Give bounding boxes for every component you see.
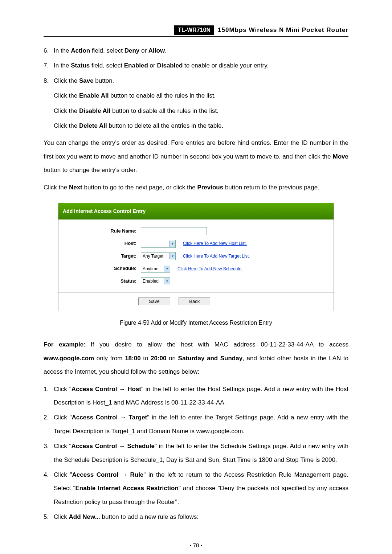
- example-step-4: 4. Click "Access Control → Rule" in the …: [44, 468, 348, 509]
- dropdown-schedule[interactable]: Anytime▾: [141, 265, 170, 273]
- para-next-prev: Click the Next button to go to the next …: [44, 181, 348, 194]
- link-add-host[interactable]: Click Here To Add New Host List.: [183, 239, 247, 248]
- label-target: Target:: [62, 251, 141, 262]
- label-rule-name: Rule Name:: [62, 226, 141, 237]
- example-step-5: 5. Click Add New... button to add a new …: [44, 510, 348, 524]
- link-add-schedule[interactable]: Click Here To Add New Schedule.: [177, 264, 242, 274]
- para-move: You can change the entry's order as desi…: [44, 136, 348, 177]
- label-schedule: Schedule:: [62, 263, 141, 274]
- step-7: 7. In the Status field, select Enabled o…: [44, 59, 348, 72]
- step-8: 8. Click the Save button.: [44, 74, 348, 87]
- example-step-1: 1. Click "Access Control → Host" in the …: [44, 382, 348, 410]
- chevron-down-icon: ▾: [164, 266, 170, 272]
- step-6: 6. In the Action field, select Deny or A…: [44, 44, 348, 57]
- chevron-down-icon: ▾: [169, 241, 175, 247]
- sub-disable-all: Click the Disable All button to disable …: [54, 104, 348, 118]
- save-button[interactable]: Save: [138, 297, 170, 305]
- example-step-3: 3. Click "Access Control → Schedule" in …: [44, 439, 348, 467]
- figure-header: Add Internet Access Control Entry: [58, 203, 334, 219]
- chevron-down-icon: ▾: [164, 278, 170, 284]
- figure-box: Add Internet Access Control Entry Rule N…: [58, 203, 334, 311]
- chevron-down-icon: ▾: [169, 253, 175, 259]
- figure-caption: Figure 4-59 Add or Modify Internet Acces…: [44, 316, 348, 329]
- label-host: Host:: [62, 238, 141, 249]
- example-step-2: 2. Click "Access Control → Target" in th…: [44, 411, 348, 438]
- back-button[interactable]: Back: [179, 297, 210, 305]
- product-name: 150Mbps Wireless N Mini Pocket Router: [218, 26, 348, 34]
- input-rule-name[interactable]: [141, 227, 207, 235]
- dropdown-host[interactable]: ▾: [141, 240, 176, 248]
- page-number: - 78 -: [44, 542, 348, 548]
- label-status: Status:: [62, 276, 141, 287]
- dropdown-status[interactable]: Enabled▾: [141, 277, 170, 285]
- sub-enable-all: Click the Enable All button to enable al…: [54, 89, 348, 102]
- model-label: TL-WR710N: [174, 25, 214, 35]
- link-add-target[interactable]: Click Here To Add New Target List.: [183, 251, 250, 261]
- dropdown-target[interactable]: Any Target▾: [141, 252, 176, 260]
- page-header: TL-WR710N 150Mbps Wireless N Mini Pocket…: [44, 25, 348, 37]
- sub-delete-all: Click the Delete All button to delete al…: [54, 119, 348, 132]
- example-para: For example: If you desire to allow the …: [44, 338, 348, 378]
